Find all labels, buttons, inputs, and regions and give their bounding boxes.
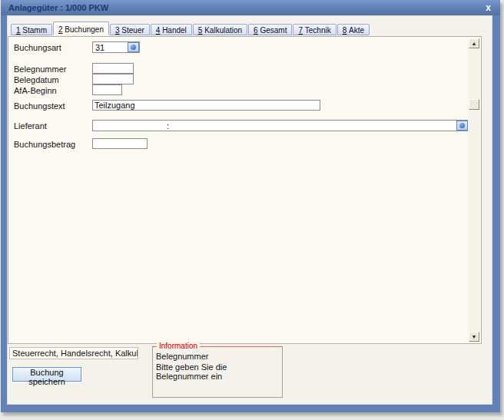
buchungsart-value: 31 xyxy=(93,42,128,52)
tab-steuer[interactable]: 3 Steuer xyxy=(110,24,150,35)
belegnummer-label: Belegnummer xyxy=(14,64,66,74)
buchungsart-combobox[interactable]: 31 xyxy=(92,41,140,53)
scrollbar-thumb[interactable] xyxy=(469,99,479,110)
tab-stamm[interactable]: 1 Stamm xyxy=(11,24,52,35)
window-titlebar[interactable]: Anlagegüter : 1/000 PKW x xyxy=(1,0,500,15)
lieferant-dropdown-icon[interactable] xyxy=(456,121,468,131)
tab-kalkulation[interactable]: 5 Kalkulation xyxy=(193,24,247,35)
tab-gesamt[interactable]: 6 Gesamt xyxy=(248,24,292,35)
buchungstext-label: Buchungstext xyxy=(14,101,65,111)
tab-handel[interactable]: 4 Handel xyxy=(151,24,192,35)
tab-strip: 1 Stamm 2 Buchungen 3 Steuer 4 Handel 5 … xyxy=(11,21,370,35)
info-hint-text: Bitte geben Sie die Belegnummer ein xyxy=(153,361,282,381)
status-text: Steuerrecht, Handelsrecht, Kalkulation xyxy=(9,347,138,359)
buchungsbetrag-input[interactable] xyxy=(92,138,148,149)
buchungsart-dropdown-icon[interactable] xyxy=(128,42,139,52)
information-groupbox: Information Belegnummer Bitte geben Sie … xyxy=(152,346,283,398)
belegnummer-input[interactable] xyxy=(92,63,134,74)
buchungsbetrag-label: Buchungsbetrag xyxy=(14,140,75,149)
belegdatum-label: Belegdatum xyxy=(14,75,59,84)
desktop-background: Anlagegüter : 1/000 PKW x 1 Stamm 2 Buch… xyxy=(0,0,504,420)
belegdatum-input[interactable] xyxy=(92,74,134,84)
buchungsart-label: Buchungsart xyxy=(14,43,61,52)
info-field-name: Belegnummer xyxy=(153,350,282,361)
buchungstext-input[interactable] xyxy=(92,100,320,111)
afa-beginn-input[interactable] xyxy=(92,84,122,95)
scroll-up-icon[interactable]: ▲ xyxy=(469,38,479,48)
buchungen-form-panel: Buchungsart 31 Belegnummer Belegdatum Af… xyxy=(8,36,482,344)
afa-beginn-label: AfA-Beginn xyxy=(14,86,57,95)
window-body: 1 Stamm 2 Buchungen 3 Steuer 4 Handel 5 … xyxy=(7,15,492,405)
lieferant-combobox[interactable]: : xyxy=(92,120,469,131)
vertical-scrollbar[interactable]: ▲ ▼ xyxy=(468,38,480,342)
close-icon[interactable]: x xyxy=(486,2,491,14)
tab-akte[interactable]: 8 Akte xyxy=(337,24,370,35)
anlagegueter-window: Anlagegüter : 1/000 PKW x 1 Stamm 2 Buch… xyxy=(1,0,500,412)
buchung-speichern-button[interactable]: Buchung speichern xyxy=(12,367,81,382)
window-title: Anlagegüter : 1/000 PKW xyxy=(8,3,108,12)
tab-technik[interactable]: 7 Technik xyxy=(293,24,336,35)
lieferant-label: Lieferant xyxy=(14,121,47,131)
information-title: Information xyxy=(157,342,200,350)
scroll-down-icon[interactable]: ▼ xyxy=(469,332,479,342)
lieferant-value: : xyxy=(93,121,456,131)
tab-buchungen[interactable]: 2 Buchungen xyxy=(53,21,109,35)
